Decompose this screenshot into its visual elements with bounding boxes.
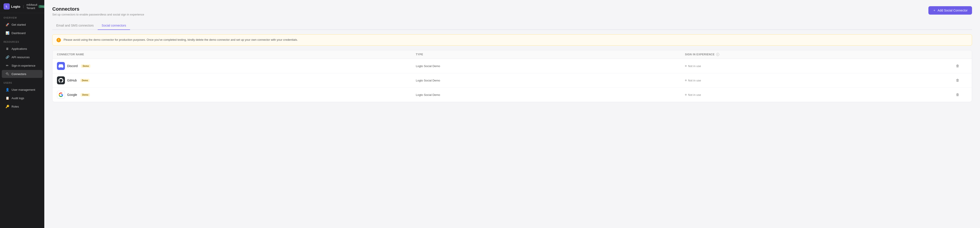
connector-name-cell-github: GitHub Demo <box>57 76 416 84</box>
audit-logs-icon: 📋 <box>5 96 9 100</box>
sidebar-item-roles[interactable]: 🔑 Roles <box>2 103 43 111</box>
logto-logo: L Logto <box>3 3 21 10</box>
rocket-icon: 🚀 <box>5 22 9 27</box>
sidebar-section-users: USERS <box>0 78 44 86</box>
sign-in-cell-discord: Not in use <box>685 65 954 68</box>
tab-social[interactable]: Social connectors <box>98 22 130 30</box>
avatar-discord <box>57 62 65 70</box>
header-type: Type <box>416 53 685 56</box>
connector-name-github: GitHub <box>67 79 77 82</box>
page-title: Connectors <box>52 6 144 12</box>
tab-social-label: Social connectors <box>102 24 126 27</box>
sidebar-item-applications[interactable]: 🖥 Applications <box>2 45 43 53</box>
applications-icon: 🖥 <box>5 47 9 51</box>
sidebar-item-user-management[interactable]: 👤 User management <box>2 86 43 93</box>
add-connector-label: Add Social Connector <box>938 9 967 12</box>
sign-in-cell-github: Not in use <box>685 79 954 82</box>
dashboard-icon: 📊 <box>5 31 9 35</box>
sidebar: L Logto | m64wu4 Tenant Staging ▾ OVERVI… <box>0 0 44 228</box>
api-resources-icon: 🔗 <box>5 55 9 59</box>
sign-in-status-google: Not in use <box>688 93 701 97</box>
sign-in-status-github: Not in use <box>688 79 701 82</box>
connector-table: Connector name Type Sign in Experience i… <box>52 50 972 102</box>
user-icon: 👤 <box>5 88 9 92</box>
sidebar-item-audit-logs[interactable]: 📋 Audit logs <box>2 94 43 102</box>
sidebar-item-label: Roles <box>11 105 19 108</box>
warning-text: Please avoid using the demo connector fo… <box>64 38 298 42</box>
logo-text: Logto <box>11 5 21 8</box>
tab-email-sms-label: Email and SMS connectors <box>56 24 94 27</box>
table-header: Connector name Type Sign in Experience i <box>52 50 972 59</box>
avatar-google <box>57 91 65 99</box>
page-title-section: Connectors Set up connectors to enable p… <box>52 6 144 16</box>
sidebar-item-label: API resources <box>11 55 30 59</box>
sidebar-item-label: Get started <box>11 23 26 26</box>
header-sign-in-experience: Sign in Experience i <box>685 53 954 56</box>
delete-button-google[interactable]: 🗑 <box>954 91 961 98</box>
avatar-github <box>57 76 65 84</box>
sign-in-status-discord: Not in use <box>688 65 701 68</box>
sign-in-icon: ✏ <box>5 63 9 68</box>
sidebar-item-label: Connectors <box>11 72 26 76</box>
sidebar-item-connectors[interactable]: 🔌 Connectors <box>2 70 43 78</box>
type-cell-google: Logto Social Demo <box>416 93 685 97</box>
sidebar-item-label: Applications <box>11 47 27 51</box>
delete-icon: 🗑 <box>956 93 959 97</box>
table-row[interactable]: Discord Demo Logto Social Demo Not in us… <box>52 59 972 73</box>
delete-icon: 🗑 <box>956 78 959 82</box>
page-header: Connectors Set up connectors to enable p… <box>52 6 972 16</box>
warning-banner: ! Please avoid using the demo connector … <box>52 34 972 46</box>
connectors-icon: 🔌 <box>5 72 9 76</box>
connector-name-cell-google: Google Demo <box>57 91 416 99</box>
not-in-use-indicator <box>685 65 687 67</box>
table-row[interactable]: Google Demo Logto Social Demo Not in use… <box>52 88 972 102</box>
connector-name-google: Google <box>67 93 77 97</box>
not-in-use-indicator <box>685 94 687 96</box>
sidebar-item-sign-in-experience[interactable]: ✏ Sign-in experience <box>2 62 43 70</box>
type-cell-github: Logto Social Demo <box>416 79 685 82</box>
sidebar-header: L Logto | m64wu4 Tenant Staging ▾ <box>0 0 44 13</box>
sign-in-experience-info-icon[interactable]: i <box>716 53 719 56</box>
tenant-info[interactable]: m64wu4 Tenant Staging ▾ <box>26 3 44 10</box>
demo-badge-github: Demo <box>80 79 90 82</box>
tab-email-sms[interactable]: Email and SMS connectors <box>52 22 98 30</box>
demo-badge-google: Demo <box>81 93 90 97</box>
staging-badge: Staging <box>38 5 44 8</box>
delete-button-discord[interactable]: 🗑 <box>954 62 961 70</box>
connector-tabs: Email and SMS connectors Social connecto… <box>52 22 972 30</box>
sidebar-item-get-started[interactable]: 🚀 Get started <box>2 21 43 28</box>
table-row[interactable]: GitHub Demo Logto Social Demo Not in use… <box>52 73 972 88</box>
type-cell-discord: Logto Social Demo <box>416 65 685 68</box>
delete-icon: 🗑 <box>956 64 959 68</box>
main-content: Connectors Set up connectors to enable p… <box>44 0 980 228</box>
actions-cell-github: 🗑 <box>954 77 967 84</box>
demo-badge-discord: Demo <box>81 65 91 68</box>
roles-icon: 🔑 <box>5 104 9 108</box>
add-social-connector-button[interactable]: ＋ Add Social Connector <box>928 6 972 14</box>
delete-button-github[interactable]: 🗑 <box>954 77 961 84</box>
tenant-divider: | <box>23 5 24 8</box>
header-connector-name: Connector name <box>57 53 416 56</box>
sidebar-item-label: Dashboard <box>11 32 26 35</box>
connector-name-cell-discord: Discord Demo <box>57 62 416 70</box>
plus-icon: ＋ <box>933 8 936 13</box>
sign-in-cell-google: Not in use <box>685 93 954 97</box>
sidebar-section-resources: RESOURCES <box>0 37 44 44</box>
logo-icon: L <box>3 3 10 10</box>
sidebar-item-api-resources[interactable]: 🔗 API resources <box>2 53 43 61</box>
sidebar-section-overview: OVERVIEW <box>0 13 44 21</box>
not-in-use-indicator <box>685 79 687 81</box>
sidebar-item-label: User management <box>11 88 35 92</box>
header-actions <box>954 53 967 56</box>
sidebar-item-dashboard[interactable]: 📊 Dashboard <box>2 29 43 37</box>
connector-name-discord: Discord <box>67 64 78 68</box>
tenant-name: m64wu4 Tenant <box>26 3 37 10</box>
warning-icon: ! <box>56 38 61 42</box>
page-subtitle: Set up connectors to enable passwordless… <box>52 13 144 16</box>
sidebar-item-label: Audit logs <box>11 97 24 100</box>
actions-cell-google: 🗑 <box>954 91 967 98</box>
sidebar-item-label: Sign-in experience <box>11 64 35 67</box>
actions-cell-discord: 🗑 <box>954 62 967 70</box>
